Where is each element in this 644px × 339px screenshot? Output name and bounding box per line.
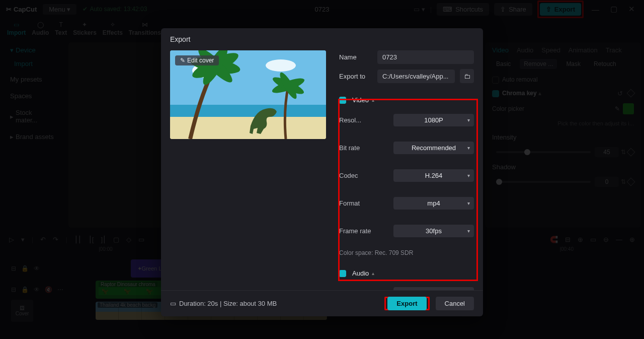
browse-folder-button[interactable]: 🗀	[460, 69, 474, 83]
export-modal: Export	[161, 28, 483, 316]
codec-select[interactable]: H.264	[393, 169, 474, 182]
exportto-path[interactable]: C:/Users/cvalley/App...	[377, 70, 455, 83]
resolution-select[interactable]: 1080P	[393, 114, 474, 126]
resolution-label: Resol...	[339, 116, 379, 124]
cancel-button[interactable]: Cancel	[436, 297, 474, 310]
bitrate-label: Bit rate	[339, 144, 379, 152]
audio-section-checkbox[interactable]	[339, 270, 346, 277]
export-confirm-button[interactable]: Export	[387, 297, 426, 310]
framerate-label: Frame rate	[339, 227, 379, 235]
export-preview: ✎ Edit cover	[170, 50, 326, 139]
name-label: Name	[339, 53, 372, 61]
audio-format-label: Format	[339, 290, 379, 290]
colorspace-note: Color space: Rec. 709 SDR	[339, 249, 474, 256]
edit-cover-button[interactable]: ✎ Edit cover	[175, 55, 219, 65]
bitrate-select[interactable]: Recommended	[393, 142, 474, 154]
format-label: Format	[339, 199, 379, 207]
format-select[interactable]: mp4	[393, 197, 474, 210]
name-input[interactable]: 0723	[377, 50, 474, 64]
modal-title: Export	[161, 28, 483, 50]
export-info: ▭ Duration: 20s | Size: about 30 MB	[170, 300, 277, 307]
exportto-label: Export to	[339, 73, 372, 80]
framerate-select[interactable]: 30fps	[393, 225, 474, 237]
svg-point-4	[266, 59, 296, 72]
audio-format-select[interactable]: MP3	[393, 287, 474, 290]
codec-label: Codec	[339, 172, 379, 179]
video-section-checkbox[interactable]	[339, 97, 346, 104]
